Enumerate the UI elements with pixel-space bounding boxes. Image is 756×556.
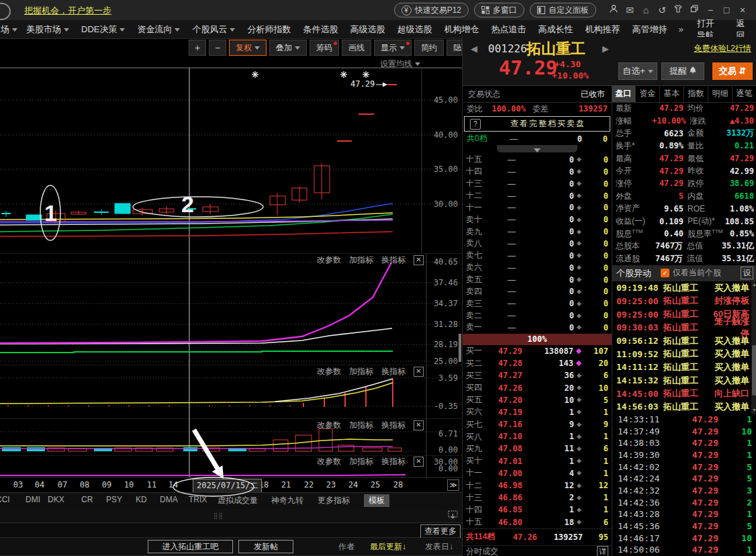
transaction-row[interactable]: 14:37:4947.2910 xyxy=(612,425,756,437)
toolbar-筹码[interactable]: 筹码 xyxy=(310,40,339,56)
toolbar-画线[interactable]: 画线 xyxy=(342,40,371,56)
pane-close-button[interactable]: ✕ xyxy=(414,420,424,430)
menu-item-美股市场[interactable]: 美股市场 xyxy=(20,24,75,36)
indicator-tab-TRIX[interactable]: TRIX xyxy=(189,495,207,504)
zoom-out-button[interactable]: − xyxy=(209,40,226,56)
theme-shirt-icon[interactable] xyxy=(670,3,686,17)
buy-row[interactable]: 十四46.8511 xyxy=(463,504,612,516)
panel-tab-盘口[interactable]: 盘口 xyxy=(612,85,636,102)
menu-item-分析师指数[interactable]: 分析师指数 xyxy=(241,24,297,36)
quick-trade-button[interactable]: ¥快速交易P12 xyxy=(394,3,469,17)
menu-more-button[interactable]: » xyxy=(673,24,688,34)
add-watchlist-button[interactable]: 自选+ xyxy=(618,62,657,80)
sell-row[interactable]: 十五—00 xyxy=(463,154,612,166)
indicator-pane-2[interactable]: 改参数加指标换指标✕ 40.6537.4634.3731.2828.1925.0… xyxy=(0,253,462,365)
sell-row[interactable]: 卖五—00 xyxy=(463,274,612,286)
sell-row[interactable]: 卖十—00 xyxy=(463,214,612,226)
sort-publish-date[interactable]: 发表日↓ xyxy=(425,541,453,553)
pane-tool-edit[interactable]: 改参数 xyxy=(317,366,341,377)
view-more-button[interactable]: 查看更多 xyxy=(420,524,461,539)
axis-more-button[interactable]: ≫ xyxy=(447,479,459,491)
toolbar-显示[interactable]: 显示 xyxy=(374,40,412,56)
menu-item-超级选股[interactable]: 超级选股 xyxy=(391,24,438,36)
transaction-row[interactable]: 14:46:1747.2910 xyxy=(612,532,756,544)
panel-tab-基本[interactable]: 基本 xyxy=(660,85,684,102)
crosshair-date-label[interactable]: 2025/07/15/二 xyxy=(193,479,262,493)
view-full-depth-button[interactable]: ? 查看完整档买卖盘 xyxy=(464,116,610,132)
detail-button[interactable]: 详 xyxy=(597,546,608,556)
chart-scrollbar-thumb[interactable] xyxy=(459,334,461,362)
indicator-tab-神奇九转[interactable]: 神奇九转 xyxy=(271,495,303,506)
transaction-row[interactable]: 14:42:2447.295 xyxy=(612,473,756,485)
sell-row[interactable]: 卖三—00 xyxy=(463,297,612,310)
user-icon[interactable] xyxy=(606,3,622,17)
buy-row[interactable]: 买十47.0111 xyxy=(463,455,612,467)
pane-tool-switch[interactable]: 换指标 xyxy=(381,254,406,266)
alert-row[interactable]: 09:56:12拓山重工买入撤单 xyxy=(612,334,756,348)
pane-tool-edit[interactable]: 改参数 xyxy=(317,420,341,431)
indicator-tab-模板[interactable]: 模板 xyxy=(364,494,389,507)
buy-row[interactable]: 买九47.08116 xyxy=(463,443,612,455)
sell-row[interactable]: 十二—00 xyxy=(463,190,612,202)
indicator-tab-更多指标[interactable]: 更多指标 xyxy=(318,495,350,506)
transaction-row[interactable]: 14:39:3047.291 xyxy=(612,449,756,461)
indicator-tab-DKX[interactable]: DKX xyxy=(48,495,64,504)
alert-row[interactable]: 09:25:00拓山重工封涨停板 xyxy=(612,295,756,308)
close-icon[interactable]: × xyxy=(735,3,751,17)
menu-item-高管增持[interactable]: 高管增持 xyxy=(626,24,673,36)
buy-row[interactable]: 十一47.0041 xyxy=(463,467,612,479)
sell-row[interactable]: 十一—00 xyxy=(463,201,612,214)
scroll-down-icon[interactable]: ▼ xyxy=(751,407,756,414)
indicator-pane-3[interactable]: 改参数加指标换指标✕ 3.59-0.35 xyxy=(0,365,462,418)
ma-setting-button[interactable]: 设置均线 xyxy=(380,58,420,70)
transaction-row[interactable]: 14:42:3247.293 xyxy=(612,485,756,497)
buy-row[interactable]: 买一47.29138087107 xyxy=(463,345,612,357)
sell-row[interactable]: 十三—00 xyxy=(463,178,612,190)
buy-row[interactable]: 买七47.1699 xyxy=(463,418,612,430)
pane-tool-add[interactable]: 加指标 xyxy=(349,366,373,377)
drag-grip-icon[interactable]: ⣿⣿ xyxy=(214,512,224,519)
menu-item-机构增仓[interactable]: 机构增仓 xyxy=(438,24,485,36)
indicator-tab-KD[interactable]: KD xyxy=(136,495,147,504)
new-post-button[interactable]: 发新帖 xyxy=(238,540,293,553)
indicator-tab-PSY[interactable]: PSY xyxy=(106,495,122,504)
alert-row[interactable]: 09:19:48拓山重工买入撤单 xyxy=(612,281,756,295)
menu-item-机构推荐[interactable]: 机构推荐 xyxy=(579,24,626,36)
zoom-in-button[interactable]: + xyxy=(189,40,206,56)
menu-item-条件选股[interactable]: 条件选股 xyxy=(297,24,344,36)
buy-row[interactable]: 买四47.262010 xyxy=(463,381,612,393)
sort-last-update[interactable]: 最后更新↓ xyxy=(370,541,406,553)
alerts-settings-button[interactable]: 设 xyxy=(741,267,753,279)
toolbar-简约[interactable]: 简约 xyxy=(414,40,444,56)
toolbar-复权[interactable]: 复权 xyxy=(229,40,267,56)
panel-tab-明细[interactable]: 明细 xyxy=(708,85,733,102)
pane-tool-edit[interactable]: 改参数 xyxy=(317,456,341,467)
alert-row[interactable]: 14:56:03拓山重工买入撤单 xyxy=(612,400,756,414)
mail-icon[interactable]: ✉ xyxy=(622,3,638,17)
menu-item-高成长性[interactable]: 高成长性 xyxy=(532,24,579,36)
indicator-tab-DMI[interactable]: DMI xyxy=(26,495,40,504)
sell-row[interactable]: 卖四—00 xyxy=(463,285,612,297)
buy-row[interactable]: 十三46.8621 xyxy=(463,492,612,504)
pane-tool-edit[interactable]: 改参数 xyxy=(317,254,341,266)
undo-icon[interactable]: ↺ xyxy=(654,3,670,17)
buy-row[interactable]: 买八47.1011 xyxy=(463,430,612,443)
next-stock-button[interactable]: ▶ xyxy=(602,44,609,54)
collapse-sells-button[interactable] xyxy=(497,145,577,152)
indicator-tab-虚拟成交量[interactable]: 虚拟成交量 xyxy=(218,495,258,506)
candlestick-chart-svg[interactable] xyxy=(0,57,462,253)
transaction-row[interactable]: 14:50:0647.291 xyxy=(612,544,756,556)
sell-row[interactable]: 卖九—00 xyxy=(463,226,612,238)
pane-tool-add[interactable]: 加指标 xyxy=(349,420,373,431)
sell-row[interactable]: 十四—00 xyxy=(463,166,612,178)
menu-item-个股风云[interactable]: 个股风云 xyxy=(186,24,241,36)
transaction-row[interactable]: 14:42:0247.295 xyxy=(612,461,756,473)
alert-row[interactable]: 14:15:32拓山重工买入撤单 xyxy=(612,374,756,387)
pane-tool-add[interactable]: 加指标 xyxy=(349,254,373,266)
buy-row[interactable]: 买五47.20105 xyxy=(463,394,612,406)
minimize-icon[interactable]: − xyxy=(702,3,718,17)
transaction-row[interactable]: 14:42:3647.292 xyxy=(612,496,756,508)
promo-link[interactable]: 把握机会，开户第一步 xyxy=(24,5,111,17)
l2-quote-link[interactable]: 免费体验L2行情 xyxy=(694,43,751,54)
menu-item-partial[interactable]: 场 xyxy=(0,24,20,36)
